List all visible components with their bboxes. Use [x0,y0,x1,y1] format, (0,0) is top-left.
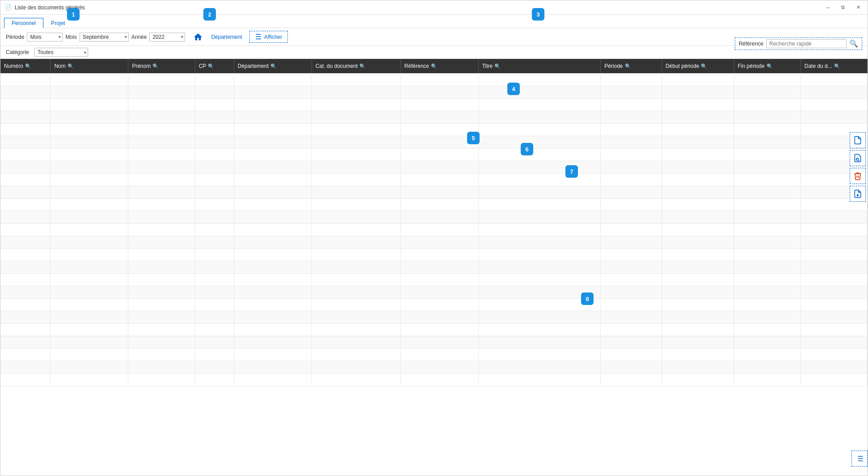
documents-table: Numéro 🔍 Nom 🔍 Prénom 🔍 [0,59,868,386]
new-document-button[interactable] [850,132,866,148]
col-date-search[interactable]: 🔍 [834,63,840,69]
table-row [0,173,868,186]
col-titre-search[interactable]: 🔍 [494,63,501,69]
table-row [0,198,868,211]
periode-select[interactable]: Mois [27,33,63,42]
table-row [0,311,868,323]
table-row [0,298,868,311]
main-window: 📄 Liste des documents générés ─ ⧉ ✕ Pers… [0,0,868,476]
table-row [0,186,868,198]
col-numero: Numéro 🔍 [0,59,51,73]
table-row [0,111,868,123]
table-row [0,361,868,373]
window-controls: ─ ⧉ ✕ [822,3,864,12]
col-departement-search[interactable]: 🔍 [270,63,277,69]
reference-input[interactable] [766,39,847,48]
mois-label: Mois [65,34,76,40]
table-row [0,323,868,336]
filter-bar-1: Période Mois Mois Septembre Année 2022 [0,28,868,46]
table-row [0,273,868,286]
badge-6: 6 [521,143,533,155]
home-button[interactable] [192,31,204,43]
col-cat-document: Cat. du document 🔍 [312,59,400,73]
col-reference: Référence 🔍 [400,59,478,73]
table-row [0,148,868,161]
col-date-du: Date du d... 🔍 [801,59,867,73]
table-row [0,73,868,86]
col-nom-search[interactable]: 🔍 [67,63,74,69]
reference-search-icon[interactable]: 🔍 [849,39,858,48]
minimize-button[interactable]: ─ [822,3,834,12]
periode-group: Période Mois Mois Septembre Année 2022 [6,33,185,42]
table-row [0,86,868,98]
col-periode-search[interactable]: 🔍 [625,63,631,69]
table-row [0,336,868,348]
list-icon: ☰ [255,33,261,41]
tabs-row: Personnel Projet [0,15,868,28]
table-row [0,248,868,261]
reference-search-box: Référence 🔍 [735,38,862,50]
afficher-label: Afficher [264,34,282,40]
window-icon: 📄 [4,4,12,12]
departement-button[interactable]: Département [211,34,242,40]
categorie-label: Catégorie [6,49,29,55]
table-row [0,123,868,136]
col-fin-periode: Fin période 🔍 [734,59,801,73]
col-prenom-search[interactable]: 🔍 [152,63,159,69]
restore-button[interactable]: ⧉ [837,3,849,12]
bottom-action-panel [851,451,868,467]
table-row [0,286,868,298]
badge-7: 7 [565,165,578,178]
col-cp-search[interactable]: 🔍 [208,63,214,69]
advanced-filter-button[interactable] [851,451,868,467]
export-document-button[interactable] [850,186,866,202]
col-debut-periode: Début période 🔍 [662,59,734,73]
table-header-row: Numéro 🔍 Nom 🔍 Prénom 🔍 [0,59,868,73]
table-row [0,348,868,361]
col-reference-search[interactable]: 🔍 [431,63,437,69]
badge-5: 5 [467,132,480,144]
table-row [0,261,868,273]
table-body [0,73,868,386]
badge-2: 2 [203,8,216,21]
window-title: Liste des documents générés [15,4,822,11]
annee-select[interactable]: 2022 [149,33,185,42]
categorie-select[interactable]: Toutes Bulletins Contrats Autres [34,48,88,57]
tab-personnel[interactable]: Personnel [4,18,43,28]
table-row [0,373,868,386]
close-button[interactable]: ✕ [852,3,864,12]
col-numero-search[interactable]: 🔍 [25,63,31,69]
search-document-button[interactable] [850,150,866,166]
table-container: Numéro 🔍 Nom 🔍 Prénom 🔍 [0,59,868,476]
table-row [0,223,868,236]
table-row [0,136,868,148]
badge-8: 8 [581,292,594,305]
title-bar: 📄 Liste des documents générés ─ ⧉ ✕ [0,0,868,15]
col-debut-search[interactable]: 🔍 [701,63,707,69]
table-row [0,211,868,223]
action-buttons-panel [848,130,868,204]
badge-4: 4 [507,83,520,95]
periode-label: Période [6,34,24,40]
table-row [0,98,868,111]
svg-line-1 [858,160,859,161]
col-periode: Période 🔍 [601,59,662,73]
col-titre: Titre 🔍 [478,59,601,73]
col-nom: Nom 🔍 [51,59,128,73]
col-cp: CP 🔍 [195,59,234,73]
badge-3: 3 [532,8,544,21]
badge-1: 1 [67,8,80,21]
svg-point-0 [856,158,859,160]
mois-select[interactable]: Septembre [80,33,129,42]
table-row [0,161,868,173]
reference-label: Référence [739,41,763,47]
col-departement: Département 🔍 [234,59,312,73]
afficher-button[interactable]: ☰ Afficher [249,31,288,43]
table-row [0,236,868,248]
annee-label: Année [131,34,147,40]
col-prenom: Prénom 🔍 [128,59,195,73]
col-fin-search[interactable]: 🔍 [767,63,773,69]
col-cat-search[interactable]: 🔍 [359,63,366,69]
delete-document-button[interactable] [850,168,866,184]
